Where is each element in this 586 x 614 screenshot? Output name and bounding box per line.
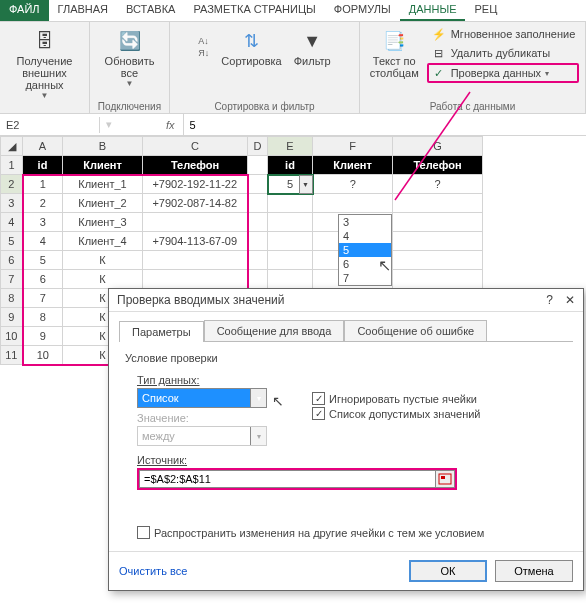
cell[interactable] — [393, 270, 483, 289]
flash-fill-button[interactable]: ⚡ Мгновенное заполнение — [427, 25, 580, 43]
clear-all-button[interactable]: Очистить все — [119, 565, 187, 577]
col-header-c[interactable]: C — [143, 137, 248, 156]
row-header[interactable]: 7 — [1, 270, 23, 289]
ok-button[interactable]: ОК — [409, 560, 487, 582]
cell[interactable]: 1 — [23, 175, 63, 194]
cell[interactable]: К — [63, 270, 143, 289]
row-header[interactable]: 4 — [1, 213, 23, 232]
cancel-button[interactable]: Отмена — [495, 560, 573, 582]
cell[interactable]: Клиент_3 — [63, 213, 143, 232]
close-button[interactable]: ✕ — [565, 293, 575, 307]
col-header-g[interactable]: G — [393, 137, 483, 156]
source-input[interactable] — [139, 470, 435, 488]
cell[interactable]: 5 — [23, 251, 63, 270]
cell[interactable] — [143, 251, 248, 270]
cell[interactable] — [143, 270, 248, 289]
refresh-all-button[interactable]: 🔄 Обновить все ▼ — [101, 25, 159, 90]
tab-file[interactable]: ФАЙЛ — [0, 0, 49, 21]
col-header-e[interactable]: E — [268, 137, 313, 156]
row-header[interactable]: 8 — [1, 289, 23, 308]
list-item[interactable]: 3 — [339, 215, 391, 229]
cell[interactable] — [143, 213, 248, 232]
ignore-blank-checkbox[interactable]: ✓ Игнорировать пустые ячейки — [312, 392, 480, 405]
get-external-data-button[interactable]: 🗄 Получение внешних данных ▼ — [5, 25, 84, 102]
cell[interactable]: Телефон — [393, 156, 483, 175]
cell[interactable]: +7902-192-11-22 — [143, 175, 248, 194]
cell[interactable]: 9 — [23, 327, 63, 346]
formula-input[interactable] — [184, 117, 586, 133]
cell[interactable] — [268, 270, 313, 289]
cell[interactable] — [248, 156, 268, 175]
row-header[interactable]: 2 — [1, 175, 23, 194]
tab-formulas[interactable]: ФОРМУЛЫ — [325, 0, 400, 21]
cell[interactable] — [313, 194, 393, 213]
cell[interactable] — [248, 251, 268, 270]
tab-insert[interactable]: ВСТАВКА — [117, 0, 184, 21]
row-header[interactable]: 1 — [1, 156, 23, 175]
cell[interactable] — [393, 251, 483, 270]
cell[interactable] — [248, 194, 268, 213]
row-header[interactable]: 6 — [1, 251, 23, 270]
cell[interactable]: 7 — [23, 289, 63, 308]
select-all-corner[interactable]: ◢ — [1, 137, 23, 156]
cell[interactable]: 4 — [23, 232, 63, 251]
cell[interactable] — [393, 232, 483, 251]
cell[interactable] — [248, 232, 268, 251]
tab-error-alert[interactable]: Сообщение об ошибке — [344, 320, 487, 341]
row-header[interactable]: 10 — [1, 327, 23, 346]
fx-icon[interactable]: fx — [158, 114, 184, 135]
cell[interactable]: id — [268, 156, 313, 175]
help-button[interactable]: ? — [546, 293, 553, 307]
cell[interactable]: Телефон — [143, 156, 248, 175]
sort-button[interactable]: ⇅ Сортировка — [217, 25, 285, 69]
col-header-a[interactable]: A — [23, 137, 63, 156]
cell[interactable]: 3 — [23, 213, 63, 232]
filter-button[interactable]: ▼ Фильтр — [290, 25, 335, 69]
cell[interactable]: Клиент_1 — [63, 175, 143, 194]
cell[interactable] — [268, 251, 313, 270]
sort-asc-icon[interactable]: A↓ — [198, 36, 209, 46]
list-item[interactable]: 5 — [339, 243, 391, 257]
col-header-d[interactable]: D — [248, 137, 268, 156]
apply-changes-checkbox[interactable]: Распространить изменения на другие ячейк… — [137, 526, 567, 539]
row-header[interactable]: 9 — [1, 308, 23, 327]
tab-parameters[interactable]: Параметры — [119, 321, 204, 342]
cell[interactable]: Клиент_2 — [63, 194, 143, 213]
tab-input-message[interactable]: Сообщение для ввода — [204, 320, 345, 341]
col-header-f[interactable]: F — [313, 137, 393, 156]
cell[interactable] — [248, 175, 268, 194]
cell-e2-selected[interactable]: 5▼ — [268, 175, 313, 194]
cell[interactable]: +7902-087-14-82 — [143, 194, 248, 213]
cell[interactable]: Клиент — [63, 156, 143, 175]
col-header-b[interactable]: B — [63, 137, 143, 156]
dropdown-handle[interactable]: ▼ — [299, 175, 313, 194]
sort-desc-icon[interactable]: Я↓ — [198, 48, 209, 58]
tab-data[interactable]: ДАННЫЕ — [400, 0, 466, 21]
cell[interactable] — [393, 194, 483, 213]
cell[interactable]: 8 — [23, 308, 63, 327]
type-select[interactable]: Список ▾ — [137, 388, 267, 408]
cell[interactable]: Клиент_4 — [63, 232, 143, 251]
cell[interactable]: +7904-113-67-09 — [143, 232, 248, 251]
range-picker-button[interactable] — [435, 470, 455, 488]
cell[interactable] — [268, 194, 313, 213]
cell[interactable] — [268, 232, 313, 251]
remove-duplicates-button[interactable]: ⊟ Удалить дубликаты — [427, 44, 580, 62]
cell[interactable]: Клиент — [313, 156, 393, 175]
cell[interactable]: ? — [313, 175, 393, 194]
cell[interactable]: id — [23, 156, 63, 175]
data-validation-button[interactable]: ✓ Проверка данных ▾ — [427, 63, 580, 83]
cell[interactable]: 6 — [23, 270, 63, 289]
row-header[interactable]: 3 — [1, 194, 23, 213]
in-cell-dropdown-checkbox[interactable]: ✓ Список допустимых значений — [312, 407, 480, 420]
text-to-columns-button[interactable]: 📑 Текст по столбцам — [366, 25, 423, 81]
tab-home[interactable]: ГЛАВНАЯ — [49, 0, 117, 21]
cell[interactable] — [268, 213, 313, 232]
cell[interactable]: 10 — [23, 346, 63, 365]
cell[interactable] — [248, 270, 268, 289]
validation-dropdown-list[interactable]: 3 4 5 6 7 — [338, 214, 392, 286]
name-box-chevron[interactable]: ▾ — [100, 118, 118, 131]
tab-layout[interactable]: РАЗМЕТКА СТРАНИЦЫ — [184, 0, 324, 21]
cell[interactable] — [393, 213, 483, 232]
row-header[interactable]: 5 — [1, 232, 23, 251]
